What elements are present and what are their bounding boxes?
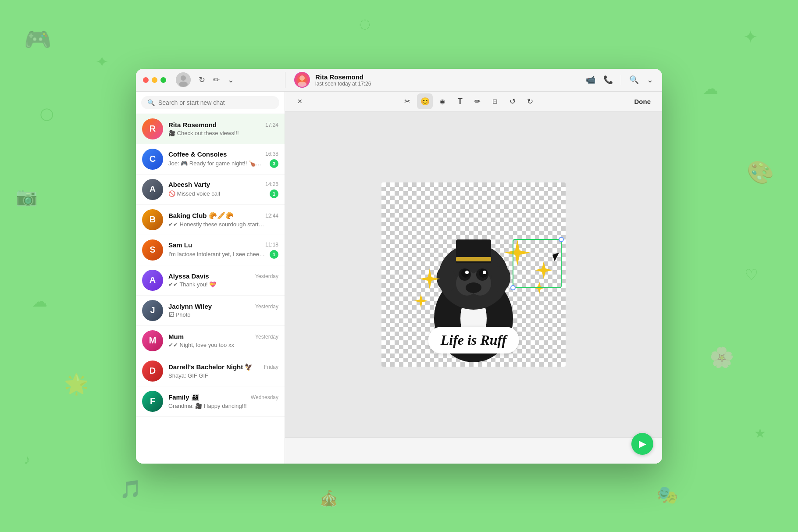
chat-info-mum: Mum Yesterday ✔✔ Night, love you too xx: [168, 333, 278, 348]
chat-item-baking[interactable]: B Baking Club 🥐🥖🥐 12:44 ✔✔ Honestly thes…: [136, 205, 285, 235]
close-editor-button[interactable]: ✕: [292, 93, 308, 109]
avatar-initials: A: [142, 270, 163, 291]
title-bar-right: Rita Rosemond last seen today at 17:26 📹…: [285, 72, 662, 88]
chat-panel: ✕ ✂ 😊 ◉ T ✏ ⊡ ↺ ↻ Done: [285, 92, 662, 464]
chat-info-baking: Baking Club 🥐🥖🥐 12:44 ✔✔ Honestly these …: [168, 212, 278, 228]
chat-preview-alyssa: ✔✔ Thank you! 💝: [168, 281, 216, 288]
chat-header-text: Rita Rosemond last seen today at 17:26: [315, 73, 371, 87]
video-call-icon[interactable]: 📹: [586, 75, 595, 85]
chat-preview-family: Grandma: 🎥 Happy dancing!!!: [168, 403, 247, 409]
title-bar-left: ↻ ✏ ⌄: [136, 72, 285, 87]
chat-name-alyssa: Alyssa Davis: [168, 272, 209, 280]
sticker-tool[interactable]: ◉: [435, 93, 450, 109]
svg-rect-27: [513, 239, 561, 288]
chat-info-alyssa: Alyssa Davis Yesterday ✔✔ Thank you! 💝: [168, 272, 278, 288]
svg-point-29: [511, 286, 515, 290]
title-bar: ↻ ✏ ⌄ Rita Rosemond last seen today at: [136, 69, 662, 92]
chat-preview-baking: ✔✔ Honestly these sourdough starters are…: [168, 221, 265, 228]
send-button[interactable]: ▶: [631, 433, 653, 455]
chat-item-abeesh[interactable]: A Abeesh Varty 14:26 🚫 Missed voice call…: [136, 175, 285, 205]
chat-time-rita: 17:24: [265, 122, 278, 128]
chat-name-coffee: Coffee & Consoles: [168, 150, 227, 158]
done-button[interactable]: Done: [630, 95, 656, 108]
svg-point-4: [299, 75, 305, 81]
chat-preview-sam: I'm lactose intolerant yet, I see cheese…: [168, 251, 265, 257]
scissors-tool[interactable]: ✂: [399, 93, 415, 109]
chat-item-family[interactable]: F Family 👨‍👩‍👧 Wednesday Grandma: 🎥 Happ…: [136, 386, 285, 417]
chat-info-sam: Sam Lu 11:18 I'm lactose intolerant yet,…: [168, 241, 278, 259]
chat-time-coffee: 16:38: [265, 151, 278, 157]
crop-tool[interactable]: ⊡: [487, 93, 503, 109]
chat-list: R Rita Rosemond 17:24 🎥 Check out these …: [136, 114, 285, 464]
chat-name-darrells: Darrell's Bachelor Night 🦅: [168, 363, 253, 371]
chat-time-jaclynn: Yesterday: [255, 303, 278, 310]
title-bar-icons: ↻ ✏ ⌄: [199, 75, 234, 85]
avatar-initials: C: [142, 149, 163, 170]
chat-time-mum: Yesterday: [255, 334, 278, 340]
redo-tool[interactable]: ↻: [522, 93, 538, 109]
pen-tool[interactable]: ✏: [470, 93, 485, 109]
emoji-tool[interactable]: 😊: [417, 93, 433, 109]
chat-item-alyssa[interactable]: A Alyssa Davis Yesterday ✔✔ Thank you! 💝: [136, 265, 285, 296]
chat-avatar-jaclynn: J: [142, 300, 163, 321]
chat-time-baking: 12:44: [265, 213, 278, 219]
chat-input-area: [285, 437, 662, 464]
chat-time-sam: 11:18: [265, 242, 278, 248]
chat-preview-jaclynn: 🖼 Photo: [168, 311, 191, 318]
sidebar: 🔍 R Rita Rosemond 17:24 🎥 Check out thes…: [136, 92, 285, 464]
chat-avatar-alyssa: A: [142, 270, 163, 291]
chat-item-rita[interactable]: R Rita Rosemond 17:24 🎥 Check out these …: [136, 114, 285, 144]
unread-badge-sam: 1: [270, 250, 278, 259]
search-input[interactable]: [158, 99, 273, 106]
chat-name-rita: Rita Rosemond: [168, 121, 217, 129]
chat-info-rita: Rita Rosemond 17:24 🎥 Check out these vi…: [168, 121, 278, 136]
refresh-icon[interactable]: ↻: [199, 75, 205, 85]
app-window: ↻ ✏ ⌄ Rita Rosemond last seen today at: [136, 69, 662, 464]
chat-item-sam[interactable]: S Sam Lu 11:18 I'm lactose intolerant ye…: [136, 235, 285, 265]
chat-name-abeesh: Abeesh Varty: [168, 181, 210, 188]
text-tool[interactable]: T: [452, 93, 468, 109]
avatar-initials: D: [142, 361, 163, 382]
chat-time-family: Wednesday: [251, 394, 278, 400]
minimize-button[interactable]: [152, 77, 157, 83]
undo-tool[interactable]: ↺: [505, 93, 520, 109]
chat-item-mum[interactable]: M Mum Yesterday ✔✔ Night, love you too x…: [136, 326, 285, 356]
avatar-initials: B: [142, 209, 163, 230]
chat-preview-coffee: Joe: 🎮 Ready for game night!! 🍗🎬🍿: [168, 160, 265, 167]
editor-toolbar: ✕ ✂ 😊 ◉ T ✏ ⊡ ↺ ↻ Done: [285, 92, 662, 112]
svg-point-28: [559, 237, 563, 242]
profile-avatar[interactable]: [176, 72, 191, 87]
chat-preview-mum: ✔✔ Night, love you too xx: [168, 342, 234, 348]
svg-point-1: [181, 75, 186, 81]
chat-avatar-darrells: D: [142, 361, 163, 382]
contact-status: last seen today at 17:26: [315, 81, 371, 87]
chat-time-darrells: Friday: [264, 364, 278, 370]
maximize-button[interactable]: [160, 77, 166, 83]
chat-avatar-rita: R: [142, 118, 163, 139]
more-options-icon[interactable]: ⌄: [647, 75, 653, 85]
chat-avatar-family: F: [142, 391, 163, 412]
search-icon: 🔍: [147, 99, 155, 106]
chat-preview-rita: 🎥 Check out these views!!!: [168, 130, 239, 136]
chevron-down-icon[interactable]: ⌄: [228, 75, 234, 85]
search-bar: 🔍: [136, 92, 285, 114]
chat-item-darrells[interactable]: D Darrell's Bachelor Night 🦅 Friday Shay…: [136, 356, 285, 386]
canvas-area: Life is Ruff: [285, 112, 662, 437]
main-content: 🔍 R Rita Rosemond 17:24 🎥 Check out thes…: [136, 92, 662, 464]
chat-name-mum: Mum: [168, 333, 184, 340]
chat-info-family: Family 👨‍👩‍👧 Wednesday Grandma: 🎥 Happy …: [168, 393, 278, 409]
svg-point-2: [179, 82, 188, 87]
chat-name-jaclynn: Jaclynn Wiley: [168, 303, 212, 310]
chat-info-jaclynn: Jaclynn Wiley Yesterday 🖼 Photo: [168, 303, 278, 318]
chat-info-abeesh: Abeesh Varty 14:26 🚫 Missed voice call 1: [168, 181, 278, 198]
chat-item-coffee[interactable]: C Coffee & Consoles 16:38 Joe: 🎮 Ready f…: [136, 144, 285, 175]
chat-item-jaclynn[interactable]: J Jaclynn Wiley Yesterday 🖼 Photo: [136, 296, 285, 326]
search-input-wrap[interactable]: 🔍: [141, 96, 279, 109]
phone-call-icon[interactable]: 📞: [603, 75, 613, 85]
search-chat-icon[interactable]: 🔍: [629, 75, 639, 85]
compose-icon[interactable]: ✏: [213, 75, 220, 85]
chat-contact-avatar[interactable]: [294, 72, 310, 88]
avatar-initials: S: [142, 239, 163, 261]
close-button[interactable]: [143, 77, 149, 83]
traffic-lights: [143, 77, 166, 83]
